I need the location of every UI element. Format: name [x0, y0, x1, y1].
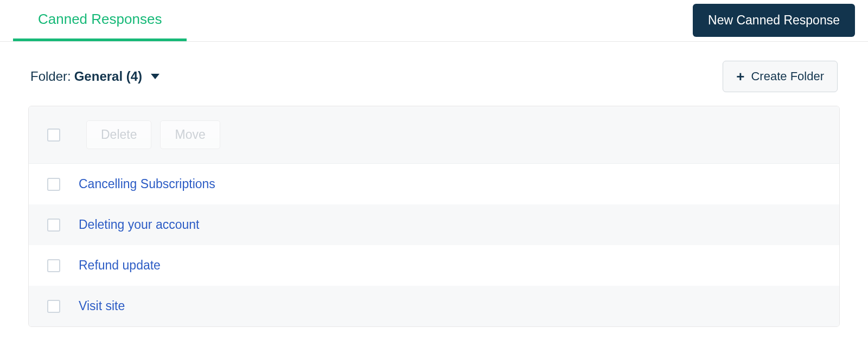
folder-label: Folder: — [30, 69, 71, 84]
delete-button[interactable]: Delete — [86, 120, 151, 149]
new-canned-response-button[interactable]: New Canned Response — [693, 4, 855, 37]
folder-selected: General (4) — [74, 69, 142, 84]
table-row: Visit site — [29, 286, 839, 326]
response-link[interactable]: Visit site — [79, 299, 125, 313]
row-checkbox[interactable] — [47, 300, 60, 313]
row-checkbox[interactable] — [47, 219, 60, 232]
create-folder-button[interactable]: + Create Folder — [723, 61, 838, 92]
response-link[interactable]: Cancelling Subscriptions — [79, 177, 215, 191]
row-checkbox[interactable] — [47, 178, 60, 191]
plus-icon: + — [736, 69, 744, 84]
move-button[interactable]: Move — [160, 120, 220, 149]
create-folder-label: Create Folder — [751, 69, 824, 84]
responses-table: Delete Move Cancelling Subscriptions Del… — [28, 106, 840, 327]
folder-dropdown[interactable]: Folder: General (4) — [30, 69, 159, 84]
response-link[interactable]: Refund update — [79, 258, 161, 273]
row-checkbox[interactable] — [47, 259, 60, 272]
tab-canned-responses[interactable]: Canned Responses — [13, 0, 187, 41]
table-row: Deleting your account — [29, 204, 839, 245]
table-header: Delete Move — [29, 106, 839, 164]
response-link[interactable]: Deleting your account — [79, 217, 199, 232]
select-all-checkbox[interactable] — [47, 129, 60, 142]
chevron-down-icon — [151, 74, 159, 79]
table-row: Cancelling Subscriptions — [29, 164, 839, 204]
table-row: Refund update — [29, 245, 839, 286]
